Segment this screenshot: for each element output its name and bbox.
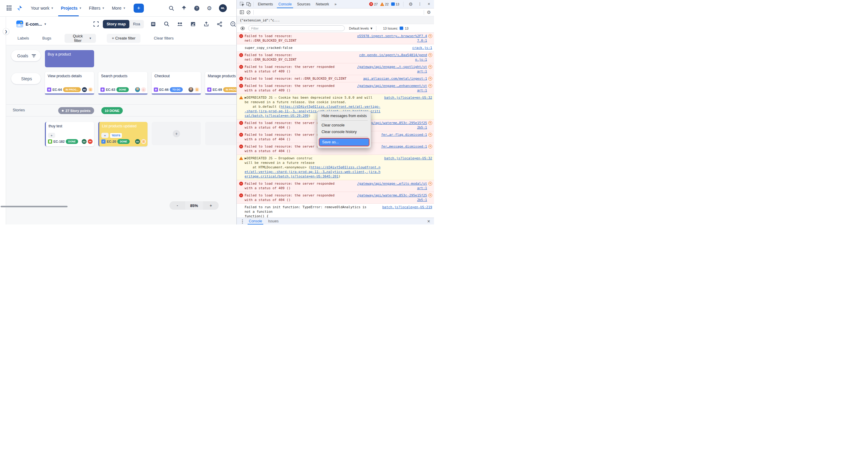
horizontal-scrollbar[interactable] [1,206,67,207]
message-text: ▶DEPRECATED JS — Dropdown construc will … [245,156,381,179]
source-link[interactable]: cdn.pendo.io/agent/s…8aa54814/pendo.js:1 [355,53,427,62]
tab-network[interactable]: Network [313,0,332,8]
adblocker-blocked-icon[interactable]: ⇅ [428,182,432,186]
source-link[interactable]: fer…message.dismissed:1 [381,144,427,149]
adblocker-blocked-icon[interactable]: ⇅ [428,34,432,38]
source-link[interactable]: /gateway/api/engage-…efits-modal/start:1 [355,181,427,190]
source-link[interactable]: batch.js?locale=en-US:219 [382,205,432,209]
fullscreen-icon[interactable] [93,21,99,27]
drawer-kebab-icon[interactable]: ⋮ [239,218,246,224]
story-card[interactable]: thuy test + EC-182 DONE DD [45,122,94,146]
device-toolbar-icon[interactable] [245,1,252,7]
source-link[interactable]: /gateway/api/engage-…t-spotlight/start:1 [355,65,427,73]
adblocker-blocked-icon[interactable]: ⇅ [428,77,432,81]
nav-projects[interactable]: Projects▼ [57,0,85,16]
menu-item-save-as[interactable]: Save as... [319,139,369,146]
story-card[interactable]: List products updated + TESTS ✓ EC-20 DO… [98,122,148,146]
quick-filter-button[interactable]: Quick filter▼ [65,34,96,43]
rows-view-icon[interactable] [151,21,156,27]
user-avatar[interactable]: ML [219,4,227,12]
share-icon[interactable] [217,21,223,27]
error-count-badge[interactable]: ✕27 [369,2,378,6]
devtools-settings-gear-icon[interactable]: ⚙ [407,1,414,7]
export-icon[interactable] [204,21,209,27]
project-title[interactable]: E-com... [26,22,42,27]
menu-item-clear-console-history[interactable]: Clear console history [318,128,371,135]
assignee-avatar: MD [82,87,87,92]
source-link[interactable]: /gateway/api/engage-…enhancement/start:1 [355,84,427,93]
chevron-down-icon[interactable]: ▼ [44,23,46,26]
source-link[interactable]: /gateway/api/waterme…853c-295e15f252b5:1 [355,193,427,202]
drawer-tab-console[interactable]: Console [246,218,265,224]
source-link[interactable]: fer…ar-flag.dismissed:1 [381,132,427,137]
close-drawer-icon[interactable]: ✕ [427,219,432,223]
zoom-in-button[interactable]: + [203,201,219,210]
tab-console[interactable]: Console [276,0,294,8]
tab-roadmap[interactable]: Roa [129,20,144,28]
nav-more[interactable]: More▼ [108,0,129,16]
goal-card[interactable]: Buy a product [45,50,94,67]
console-filter-input[interactable] [248,25,345,31]
step-card[interactable]: Manage products EC-69 IN PROG... [205,72,237,94]
expand-sidebar-button[interactable]: ❯ [3,28,9,35]
board-search-icon[interactable] [164,21,169,27]
create-filter-button[interactable]: + Create filter [107,34,141,43]
menu-item-clear-console[interactable]: Clear console [318,122,371,128]
console-eval-preview[interactable]: {"extension_id":"c... [237,16,434,24]
adblocker-blocked-icon[interactable]: ⇅ [428,145,432,148]
drawer-tab-issues[interactable]: Issues [265,218,282,224]
source-link[interactable]: batch.js?locale=en-US:32 [384,95,432,100]
goals-row-label[interactable]: Goals [11,50,41,61]
adblocker-blocked-icon[interactable]: ⇅ [428,65,432,69]
announcement-icon[interactable] [181,5,187,11]
zoom-out-button[interactable]: - [169,201,185,210]
source-link[interactable]: crack.js:1 [412,46,432,50]
kebab-menu-icon[interactable]: ⋮ [416,1,423,7]
more-tabs-chevron[interactable]: » [332,0,339,8]
adblocker-blocked-icon[interactable]: ⇅ [428,121,432,125]
nav-your-work[interactable]: Your work▼ [27,0,57,16]
step-card[interactable]: Search products EC-63 DONE ︿︿ [98,72,148,94]
inspect-element-icon[interactable] [239,1,245,7]
jira-logo-icon[interactable] [16,5,23,11]
nav-filters[interactable]: Filters▼ [85,0,108,16]
tab-story-map[interactable]: Story map [103,20,129,28]
filter-bugs-link[interactable]: Bugs [42,36,51,40]
team-icon[interactable] [177,21,183,27]
settings-gear-icon[interactable]: ⚙ [206,5,212,11]
clear-filters-link[interactable]: Clear filters [154,36,174,40]
chevron-down-icon: ▼ [123,7,126,10]
console-settings-gear-icon[interactable]: ⚙ [426,9,432,16]
adblocker-blocked-icon[interactable]: ⇅ [428,133,432,137]
tab-elements[interactable]: Elements [255,0,276,8]
source-link[interactable]: o55978.ingest.sentry….browser%2F7.47.0:1 [355,34,427,43]
clear-console-icon[interactable] [245,9,252,16]
app-switcher-icon[interactable] [7,5,12,11]
source-link[interactable]: batch.js?locale=en-US:32 [384,156,432,160]
step-card[interactable]: View products details EC-64 IN PROG... M… [45,72,94,94]
warning-count-badge[interactable]: !22 [380,2,389,6]
add-child-button[interactable]: + [101,133,108,138]
console-sidebar-toggle-icon[interactable] [239,9,245,16]
create-button[interactable]: + [134,4,144,13]
add-child-button[interactable]: + [48,133,55,138]
tab-sources[interactable]: Sources [294,0,313,8]
issues-counter[interactable]: 13 Issues: 13 [383,27,408,30]
steps-row-label[interactable]: Steps [11,73,41,84]
comment-search-icon[interactable] [230,21,236,27]
adblocker-blocked-icon[interactable]: ⇅ [428,193,432,197]
help-icon[interactable]: ? [194,5,200,11]
close-devtools-icon[interactable]: ✕ [426,1,432,7]
add-story-button[interactable]: + [173,130,180,137]
live-expression-eye-icon[interactable] [239,25,246,31]
menu-item-hide-messages[interactable]: Hide messages from exists [318,113,371,119]
adblocker-blocked-icon[interactable]: ⇅ [428,53,432,57]
search-icon[interactable] [168,5,174,11]
adblocker-blocked-icon[interactable]: ⇅ [428,84,432,88]
message-count-badge[interactable]: 13 [391,2,399,6]
step-card[interactable]: Checkout EC-66 TO DO [152,72,201,94]
filter-labels-link[interactable]: Labels [18,36,29,40]
log-levels-dropdown[interactable]: Default levels ▼ [349,27,373,30]
card-check-icon[interactable] [190,21,196,27]
source-link[interactable]: api.atlassian.com/metal/ingest:1 [363,76,427,81]
